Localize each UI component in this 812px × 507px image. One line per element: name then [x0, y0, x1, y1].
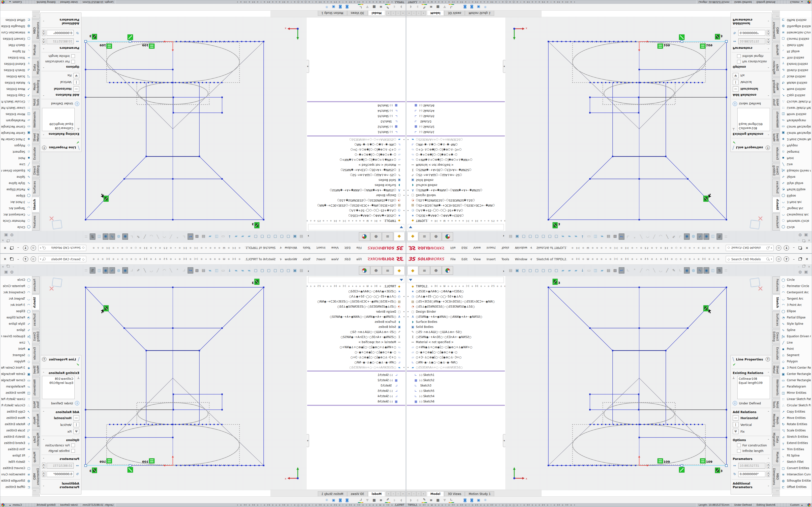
section-additional-parameters[interactable]: Additional Parameters ⌄: [731, 481, 771, 490]
doc-tab[interactable]: Motion Study 1: [465, 491, 494, 496]
collapse-chevron[interactable]: ⌃: [767, 66, 769, 68]
bottom-toolbar-icon[interactable]: ▦: [435, 5, 441, 10]
help-icon[interactable]: ?: [23, 245, 28, 250]
commandmanager-tab[interactable]: ⋮: [772, 13, 780, 19]
add-relation-button[interactable]: | Vertical: [731, 79, 771, 86]
relations-list[interactable]: Collinear108Equal length109: [42, 108, 75, 131]
tree-item[interactable]: ▣ Solid Bodies: [307, 324, 406, 329]
toolbar-icon[interactable]: ◉: [704, 267, 709, 274]
commandmanager-tab[interactable]: Mold Tools: [772, 399, 780, 411]
callout-onedge-diagonal[interactable]: [704, 193, 711, 202]
menu-item[interactable]: Window: [285, 246, 297, 250]
toolbar-icon[interactable]: ✎: [671, 233, 677, 240]
tree-item[interactable]: ≔ Material < not specified >: [307, 339, 406, 344]
length-spinner[interactable]: ▲▼: [42, 463, 45, 469]
exit-sketch-x-icon[interactable]: ✕: [757, 214, 763, 223]
sketch-tool[interactable]: ◯ Circle: [780, 277, 812, 283]
expand-chevron[interactable]: ⌄: [43, 20, 45, 23]
tabs-expand-chevron[interactable]: ›: [308, 269, 309, 273]
toolbar-icon[interactable]: ▢: [253, 233, 259, 240]
tree-item[interactable]: ▸ ▰ ○Ƨ5ƎƐИΛА∩+○◦○+∩АΛИƎƐ5Ƨ○: [307, 137, 406, 142]
sketch-tool[interactable]: ▱ Parallelogram: [0, 117, 32, 124]
toolbar-icon[interactable]: ▰: [560, 267, 566, 274]
menu-item[interactable]: Insert: [316, 246, 325, 250]
tab-propertymanager[interactable]: ≡: [382, 232, 393, 241]
sketch-tool[interactable]: ƒx Equation Driven Curve: [780, 333, 812, 339]
doc-tab[interactable]: 3D Views: [444, 491, 465, 496]
endpoint-handle[interactable]: [85, 464, 87, 467]
toolbar-icon[interactable]: ▭: [220, 233, 226, 240]
toolbar-icon[interactable]: ╱: [142, 267, 148, 274]
sketch-tool[interactable]: ↗ Move Entities: [0, 86, 32, 92]
section-additional-parameters[interactable]: Additional Parameters ⌄: [41, 17, 81, 26]
toolbar-icon[interactable]: ▢: [272, 267, 278, 274]
toolbar-icon[interactable]: ▤: [606, 233, 611, 240]
sketch-tool[interactable]: ◡ Tangent Arc: [780, 205, 812, 212]
commandmanager-tab[interactable]: Direct Editing: [32, 163, 40, 178]
menu-item[interactable]: Insert: [487, 258, 495, 261]
pm-ok-button[interactable]: ✔: [41, 362, 81, 368]
sketch-tool[interactable]: ◇ Polygon: [0, 358, 32, 364]
tab-last[interactable]: »: [386, 491, 391, 496]
sketch-item[interactable]: ∟ (-) Sketch5: [307, 113, 406, 119]
menu-item[interactable]: Edit: [344, 258, 350, 261]
bottom-toolbar-icon[interactable]: ▣: [331, 5, 336, 10]
menu-item[interactable]: File: [451, 246, 456, 250]
sketch-tool[interactable]: ◔ Partial Ellipse: [0, 314, 32, 321]
search-box[interactable]: ◇ Search CAD Models ▾: [726, 245, 773, 251]
section-options[interactable]: Options ⌃: [41, 64, 81, 70]
expand-chevron[interactable]: ⌄: [767, 484, 769, 487]
section-add-relations[interactable]: Add Relations ⌃: [41, 93, 81, 98]
commandmanager-tab[interactable]: Markup: [32, 449, 40, 465]
sketch-tool[interactable]: ↻ Rotate Entities: [780, 421, 812, 427]
tree-item[interactable]: ▸ ▢ Design Binder: [406, 193, 505, 198]
toolbar-icon[interactable]: ▢: [279, 233, 285, 240]
section-parameters[interactable]: Parameters ⌃: [41, 456, 81, 461]
sketch-item[interactable]: ∟ (-) Sketch1: [406, 129, 505, 135]
rollback-bar-end[interactable]: [307, 101, 405, 102]
sketch-tool[interactable]: ▫ Segment: [0, 352, 32, 358]
doc-tab[interactable]: 3D Views: [347, 11, 368, 16]
commandmanager-tab[interactable]: Markup: [772, 449, 780, 465]
sketch-tool[interactable]: ƒx Equation Driven Curve: [0, 333, 32, 339]
toolbar-icon[interactable]: ▢: [540, 233, 546, 240]
length-input[interactable]: 10.88152731: [738, 463, 765, 469]
toolbar-icon[interactable]: ◉: [122, 233, 128, 240]
pm-help-icon[interactable]: ?: [42, 146, 46, 150]
pm-ok-button[interactable]: ✔: [731, 362, 771, 368]
search-icon[interactable]: [43, 258, 46, 261]
toolbar-icon[interactable]: ╲: [651, 233, 657, 240]
triangle-lines[interactable]: [548, 378, 726, 465]
toolbar-icon[interactable]: ▣: [292, 233, 298, 240]
search-input[interactable]: Search CAD Models: [47, 246, 81, 250]
sketch-tool[interactable]: ↗ Move Entities: [780, 415, 812, 421]
rollback-bar-end[interactable]: [307, 405, 405, 406]
sketch-tool[interactable]: ◠ 3 Point Arc: [0, 199, 32, 205]
callout-equal-right[interactable]: 109: [100, 458, 112, 463]
sketch-tool[interactable]: ┬ Extend Entities: [0, 61, 32, 67]
toolbar-icon[interactable]: ▰: [207, 233, 213, 240]
sketch-tool[interactable]: ◫ Mirror Entities: [780, 111, 812, 117]
tab-prev[interactable]: ‹: [396, 491, 400, 496]
toolbar-icon[interactable]: ▢: [521, 267, 526, 274]
tab-propertymanager[interactable]: ≡: [382, 266, 393, 275]
sketch-tool[interactable]: ◈ 3 Point Center Recta...: [780, 364, 812, 371]
checkbox[interactable]: [71, 444, 75, 447]
sketch-tool[interactable]: ▣ Center Rectangle: [0, 130, 32, 136]
commandmanager-tab[interactable]: Sheet Metal: [32, 363, 40, 376]
sketch-tool[interactable]: ⊏ Offset Entities: [0, 484, 32, 490]
sketch-tool[interactable]: ◠ 3 Point Arc: [780, 302, 812, 308]
restore-button[interactable]: [799, 247, 802, 249]
tree-item[interactable]: ▸ ◷ ○Λ♙◉+Ƨ5◦◯○◦○◯◦5Ƨ+◉♙Λ○: [406, 208, 505, 213]
tree-item[interactable]: ◔ ○Ƨ5♙◉Ƨ5ИNƎƐ5Ƨ○◦○Ƨ5ƎƐNИ5Ƨ◉♙5Ƨ○: [406, 304, 505, 309]
tree-item[interactable]: ▱ ○◦◉+○⊛◉[○◦○]◉⊛○+◉◦○: [307, 350, 406, 355]
rollback-bar[interactable]: [407, 371, 505, 372]
doc-tab[interactable]: 3D Views: [347, 491, 368, 496]
sketch-tool[interactable]: ▫ Segment: [0, 149, 32, 155]
sketch-tool[interactable]: ◹ Scale Entities: [0, 73, 32, 80]
toolbar-icon[interactable]: ▣: [514, 267, 520, 274]
toolbar-icon[interactable]: ▢: [534, 233, 540, 240]
toolbar-icon[interactable]: ◫: [710, 267, 716, 274]
option-checkbox[interactable]: Infinite length: [731, 53, 771, 59]
callout-onedge-diagonal[interactable]: [101, 305, 108, 314]
